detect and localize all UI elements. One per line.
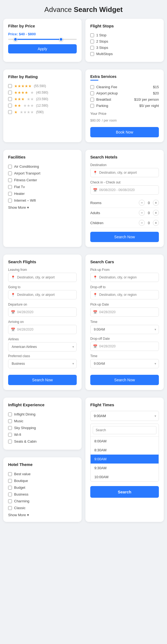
theme-classic-checkbox[interactable] <box>8 506 12 510</box>
slider-thumb-right[interactable] <box>59 37 63 41</box>
adults-increment[interactable]: + <box>153 210 159 216</box>
dropoff-label: Drop-off to <box>90 285 159 289</box>
rooms-increment[interactable]: + <box>153 200 159 206</box>
inflight-seats-checkbox[interactable] <box>8 440 12 443</box>
service-cleaning-checkbox[interactable] <box>90 85 94 89</box>
stars-2: ★★ <box>14 103 21 108</box>
facility-ac-checkbox[interactable] <box>8 165 12 169</box>
facility-heater-checkbox[interactable] <box>8 192 12 196</box>
airlines-select[interactable]: American Airlines Delta United Southwest <box>8 342 77 351</box>
price-slider-track[interactable] <box>8 39 77 40</box>
rating-count-1: (590) <box>36 110 44 114</box>
adults-value: 0 <box>147 211 150 215</box>
class-select[interactable]: Economy Business First Class <box>8 359 77 368</box>
stop-checkbox-2[interactable] <box>90 40 94 43</box>
facility-airport-checkbox[interactable] <box>8 172 12 175</box>
inflight-shopping-checkbox[interactable] <box>8 426 12 430</box>
your-price-label: Your Price <box>90 112 159 116</box>
theme-boutique: Boutique <box>8 477 77 484</box>
destination-label: Destination <box>90 163 159 167</box>
children-decrement[interactable]: − <box>139 220 145 226</box>
rating-item-4: ★★★★★ (40.590) <box>8 89 77 96</box>
rating-item-3: ★★★★★ (23.590) <box>8 96 77 102</box>
facility-tv-checkbox[interactable] <box>8 185 12 189</box>
rating-count-2: (12.590) <box>36 104 48 107</box>
pickup-input[interactable] <box>90 273 159 282</box>
facilities-show-more[interactable]: Show More ▾ <box>8 205 77 210</box>
service-cleaning-label[interactable]: Cleaning Fee <box>90 85 117 89</box>
service-breakfast-checkbox[interactable] <box>90 98 94 101</box>
theme-boutique-checkbox[interactable] <box>8 479 12 483</box>
adults-decrement[interactable]: − <box>139 210 145 216</box>
rating-item-5: ★★★★★ (55.590) <box>8 83 77 89</box>
search-hotels-button[interactable]: Search Now <box>90 232 159 242</box>
pickup-time-select[interactable]: 9:00AM 9:30AM 10:00AM 10:30AM <box>90 325 159 334</box>
slider-thumb-left[interactable] <box>14 37 17 41</box>
theme-budget-checkbox[interactable] <box>8 486 12 490</box>
rating-checkbox-2[interactable] <box>8 104 12 107</box>
time-option-830[interactable]: 8:30AM <box>91 446 159 455</box>
apply-button[interactable]: Apply <box>8 44 77 53</box>
facility-wifi: Internet – Wifi <box>8 197 77 204</box>
departure-wrap: 📅 <box>8 307 77 317</box>
stop-item-2: 2 Stops <box>90 38 159 45</box>
theme-business-checkbox[interactable] <box>8 493 12 496</box>
rating-item-2: ★★★★★ (12.590) <box>8 102 77 109</box>
search-cars-title: Search Cars <box>90 259 159 264</box>
checkin-input[interactable] <box>90 185 159 195</box>
theme-show-more[interactable]: Show More ▾ <box>8 513 77 517</box>
stop-checkbox-multistops[interactable] <box>90 52 94 56</box>
stop-checkbox-1[interactable] <box>90 33 94 37</box>
rating-count-3: (23.590) <box>36 97 48 101</box>
pickup-label: Pick-up From <box>90 268 159 272</box>
hotel-theme-card: Hotel Theme Best value Boutique Budget B… <box>3 457 82 522</box>
departure-input[interactable] <box>8 307 77 317</box>
children-increment[interactable]: + <box>153 220 159 226</box>
service-breakfast-label[interactable]: Breakfast <box>90 97 111 101</box>
destination-input[interactable] <box>90 168 159 177</box>
flight-times-search-button[interactable]: Search <box>90 486 159 498</box>
time-option-900[interactable]: 9:00AM <box>91 455 159 464</box>
pickup-date-input[interactable] <box>90 307 159 317</box>
going-location-icon: 📍 <box>11 293 15 297</box>
dropoff-time-select[interactable]: 9:00AM 9:30AM 10:00AM 10:30AM <box>90 359 159 368</box>
search-flights-button[interactable]: Search Now <box>8 375 77 385</box>
service-airport: Airport pickup $20 <box>90 90 159 96</box>
airlines-label: Airlines <box>8 337 77 341</box>
dropoff-date-input[interactable] <box>90 342 159 351</box>
theme-charming-checkbox[interactable] <box>8 499 12 503</box>
rating-checkbox-3[interactable] <box>8 97 12 101</box>
stop-checkbox-3[interactable] <box>90 46 94 50</box>
facility-airport-transport: Airport Transport <box>8 170 77 177</box>
inflight-wifi-checkbox[interactable] <box>8 433 12 437</box>
time-option-930[interactable]: 9:30AM <box>91 464 159 472</box>
search-cars-button[interactable]: Search Now <box>90 375 159 385</box>
service-parking-label[interactable]: Parking <box>90 104 108 108</box>
rating-checkbox-5[interactable] <box>8 84 12 88</box>
inflight-music-checkbox[interactable] <box>8 419 12 423</box>
dropoff-input[interactable] <box>90 290 159 299</box>
inflight-dining-checkbox[interactable] <box>8 413 12 416</box>
dropoff-time-select-wrap: 9:00AM 9:30AM 10:00AM 10:30AM ▾ <box>90 359 159 368</box>
stop-item-1: 1 Stop <box>90 32 159 38</box>
time-option-1000[interactable]: 10:00AM <box>91 472 159 481</box>
facility-fitness-checkbox[interactable] <box>8 178 12 182</box>
facility-wifi-checkbox[interactable] <box>8 199 12 202</box>
leaving-input[interactable] <box>8 273 77 282</box>
pickup-location-icon: 📍 <box>93 275 97 280</box>
flight-times-card: Flight Times 9:00AM 8:00AM 8:30AM 9:30AM… <box>85 398 164 522</box>
going-input[interactable] <box>8 290 77 299</box>
rating-checkbox-1[interactable] <box>8 110 12 114</box>
rating-checkbox-4[interactable] <box>8 91 12 94</box>
service-parking-checkbox[interactable] <box>90 104 94 108</box>
time-option-800[interactable]: 8:00AM <box>91 437 159 446</box>
theme-best-value-checkbox[interactable] <box>8 472 12 476</box>
rooms-decrement[interactable]: − <box>139 200 145 206</box>
service-airport-checkbox[interactable] <box>90 91 94 95</box>
flight-times-select[interactable]: 9:00AM 8:00AM 8:30AM 9:30AM 10:00AM <box>90 411 159 421</box>
book-now-button[interactable]: Book Now <box>90 127 159 137</box>
time-search-input[interactable] <box>93 426 156 434</box>
arriving-input[interactable] <box>8 325 77 334</box>
rating-item-1: ★★★★★ (590) <box>8 109 77 115</box>
service-airport-label[interactable]: Airport pickup <box>90 91 118 95</box>
